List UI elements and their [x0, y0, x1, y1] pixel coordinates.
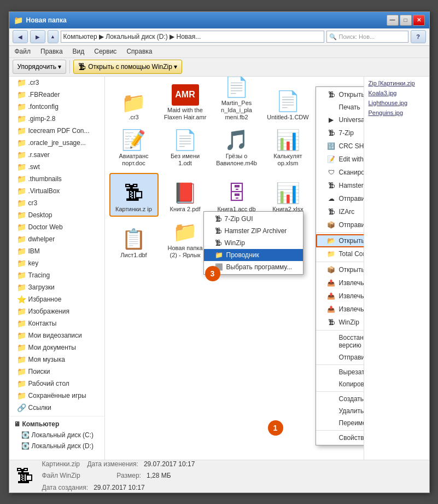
minimize-button[interactable]: —	[387, 15, 399, 26]
sidebar-item-ibm[interactable]: 📁IBM	[9, 245, 104, 257]
right-file-koala[interactable]: Koala3.jpg	[366, 89, 427, 97]
ctx-cut[interactable]: Вырезать	[316, 366, 364, 378]
sidebar-item-videos[interactable]: 📁Мои видеозаписи	[9, 329, 104, 341]
sidebar-item-fontconfig[interactable]: 📁.fontconfig	[9, 101, 104, 113]
doc-icon: 📝	[121, 129, 146, 152]
right-file-penguins[interactable]: Penguins.jpg	[366, 108, 427, 117]
file-fb2[interactable]: 📄 Martin_Pes n_Ida_i_pla meni.fb2	[212, 81, 261, 125]
ctx-universal-viewer[interactable]: ▶Universal Viewer	[316, 113, 364, 126]
file-accdb[interactable]: 🗄 Книга1.acc db	[212, 173, 261, 217]
right-panel: Zip [Картинки.zip Koala3.jpg Lighthouse.…	[364, 77, 429, 460]
file-cdw[interactable]: 📄 Untitled-1.CDW	[264, 81, 313, 125]
sidebar-item-cr3[interactable]: 📁.cr3	[9, 77, 104, 89]
ctx-open-with[interactable]: 📂Открыть с помощью ▶	[316, 234, 364, 247]
ctx-delete[interactable]: Удалить	[316, 405, 364, 417]
sidebar-item-fbreader[interactable]: 📁.FBReader	[9, 89, 104, 101]
ctx-hamster[interactable]: 🗜Hamster ZIP Archiver	[316, 179, 364, 192]
sidebar-item-downloads[interactable]: 📁Загрузки	[9, 281, 104, 293]
sidebar-item-desktop[interactable]: 📁Desktop	[9, 209, 104, 221]
open-winzip-button[interactable]: 🗜 Открыть с помощью WinZip ▾	[73, 60, 182, 74]
sidebar-item-icecream[interactable]: 📁Icecream PDF Con...	[9, 125, 104, 137]
sidebar-item-thumbnails[interactable]: 📁.thumbnails	[9, 173, 104, 185]
ctx-send-to[interactable]: Отправить ▶	[316, 351, 364, 363]
sidebar-item-dwhelper[interactable]: 📁dwhelper	[9, 233, 104, 245]
sidebar-item-documents[interactable]: 📁Мои документы	[9, 341, 104, 354]
organize-button[interactable]: Упорядочить ▾	[13, 60, 67, 74]
ctx-extract-files[interactable]: 📤Извлечь файлы...	[316, 276, 364, 289]
sidebar-item-saved-games[interactable]: 📁Сохранённые игры	[9, 390, 104, 402]
file-xlsx[interactable]: 📊 Книга2.xlsx	[264, 173, 313, 217]
ctx-winzip[interactable]: 🗜WinZip ▶	[316, 316, 364, 329]
ctx-extract-to[interactable]: 📤Извлечь в Картинки\	[316, 303, 364, 316]
sidebar-item-oracle[interactable]: 📁.oracle_jre_usage...	[9, 137, 104, 149]
file-pdf[interactable]: 📕 Книга 2.pdf	[161, 173, 210, 217]
maximize-button[interactable]: □	[400, 15, 412, 26]
extract-here-icon: 📤	[327, 292, 336, 300]
ctx-create-shortcut[interactable]: Создать ярлык	[316, 393, 364, 405]
sidebar-item-favorites[interactable]: ⭐Избранное	[9, 293, 104, 305]
file-amr[interactable]: AMR Maid with the Flaxen Hair.amr	[161, 81, 210, 125]
ctx-scan[interactable]: 🛡Сканировать Картинки.zip	[316, 166, 364, 179]
file-folder-link[interactable]: 📁 Новая папка (2) - Ярлык	[161, 219, 210, 263]
ctx-print[interactable]: Печать	[316, 101, 364, 113]
sidebar-item-tracing[interactable]: 📁Tracing	[9, 269, 104, 281]
sidebar-item-key[interactable]: 📁key	[9, 257, 104, 269]
menu-tools[interactable]: Сервис	[92, 47, 119, 56]
file-odt[interactable]: 📄 Без имени 1.odt	[161, 127, 210, 171]
file-xlsm[interactable]: 📊 Калькулят ор.xlsm	[264, 127, 313, 171]
sidebar-item-contacts[interactable]: 📁Контакты	[9, 317, 104, 329]
menu-view[interactable]: Вид	[71, 47, 87, 56]
ctx-rename[interactable]: Переименовать	[316, 417, 364, 429]
sidebar-item-swt[interactable]: 📁.swt	[9, 161, 104, 173]
ctx-crcsha[interactable]: 🔢CRC SHA ▶	[316, 140, 364, 153]
drive-c[interactable]: 💽Локальный диск (C:)	[9, 430, 104, 441]
file-zip[interactable]: 🗜 Картинки.z ip	[109, 173, 159, 217]
menu-file[interactable]: Файл	[13, 47, 33, 56]
ctx-joxi[interactable]: ☁Отправить на joxi.ru	[316, 192, 364, 205]
sidebar-item-images[interactable]: 📁Изображения	[9, 305, 104, 317]
sidebar-item-searches[interactable]: 📁Поиски	[9, 366, 104, 378]
back-button[interactable]: ◀	[13, 30, 28, 43]
ctx-open-winrar[interactable]: 📦Открыть в WinRAR	[316, 263, 364, 276]
ctx-7zip[interactable]: 🗜7-Zip ▶	[316, 126, 364, 140]
sidebar-item-virtualbox[interactable]: 📁.VirtualBox	[9, 185, 104, 197]
sidebar-item-rsaver[interactable]: 📁.r.saver	[9, 149, 104, 161]
menu-help[interactable]: Справка	[124, 47, 154, 56]
sidebar-item-links[interactable]: 🔗Ссылки	[9, 402, 104, 414]
ctx-properties[interactable]: Свойства	[316, 432, 364, 444]
file-csv[interactable]: 📊 Письмо.CS V	[212, 219, 261, 263]
sidebar-item-music[interactable]: 📁Моя музыка	[9, 354, 104, 366]
sidebar-item-doctor-web[interactable]: 📁Doctor Web	[9, 221, 104, 233]
drive-d[interactable]: 💽Локальный диск (D:)	[9, 441, 104, 451]
right-file-zip[interactable]: Zip [Картинки.zip	[366, 79, 427, 88]
computer-label[interactable]: 🖥Компьютер	[9, 419, 104, 430]
forward-button[interactable]: ▶	[30, 30, 45, 43]
menu-edit[interactable]: Правка	[38, 47, 65, 56]
file-dbf[interactable]: 📋 Лист1.dbf	[109, 219, 159, 263]
ctx-izarc[interactable]: 🗜IZArc	[316, 205, 364, 218]
context-menu: 🗜Открыть с помощью WinZip Печать ▶Univer…	[316, 86, 364, 445]
help-button[interactable]: ?	[411, 30, 426, 43]
right-file-lighthouse[interactable]: Lighthouse.jpg	[366, 99, 427, 107]
ctx-joxi-zip[interactable]: 📦Отправить в zip на joxi.ru	[316, 218, 364, 231]
close-button[interactable]: ✕	[413, 15, 425, 26]
ctx-extract-here[interactable]: 📤Извлечь в текущую папку	[316, 289, 364, 303]
main-content: 📁.cr3 📁.FBReader 📁.fontconfig 📁.gimp-2.8…	[9, 77, 429, 460]
up-button[interactable]: ▲	[48, 30, 59, 43]
file-cr3[interactable]: 📁 .cr3	[109, 81, 159, 125]
ctx-restore[interactable]: Восстановить прежнюю версию	[316, 332, 364, 351]
address-path[interactable]: Компьютер ▶ Локальный диск (D:) ▶ Новая.…	[61, 31, 324, 43]
file-m4b[interactable]: 🎵 Грёзы о Вавилоне.m4b	[212, 127, 261, 171]
ctx-copy[interactable]: Копировать	[316, 378, 364, 390]
search-box[interactable]: 🔍 Поиск: Нов...	[326, 31, 408, 43]
ctx-notepad[interactable]: 📝Edit with Notepad++	[316, 153, 364, 166]
sidebar-item-cr3-2[interactable]: 📁cr3	[9, 197, 104, 209]
file-doc[interactable]: 📝 Авиатранс порт.doc	[109, 127, 159, 171]
sidebar-item-desktop2[interactable]: 📁Рабочий стол	[9, 378, 104, 390]
ctx-total-commander[interactable]: 📁Total Commander Ultima Prime	[316, 247, 364, 260]
izarc-icon: 🗜	[327, 207, 336, 216]
sidebar-item-gimp[interactable]: 📁.gimp-2.8	[9, 113, 104, 125]
xlsm-icon: 📊	[276, 129, 300, 152]
cdw-icon: 📄	[276, 90, 300, 113]
ctx-open-winzip[interactable]: 🗜Открыть с помощью WinZip	[316, 88, 364, 101]
